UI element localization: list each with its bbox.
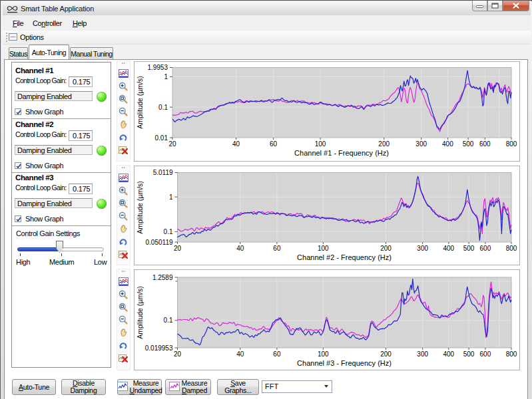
svg-text:Channel #3 - Frequency (Hz): Channel #3 - Frequency (Hz) — [297, 359, 392, 367]
svg-text:20: 20 — [174, 245, 182, 252]
svg-text:500: 500 — [463, 245, 475, 252]
svg-text:400: 400 — [443, 350, 454, 358]
svg-text:40: 40 — [232, 140, 240, 148]
svg-text:400: 400 — [442, 140, 453, 148]
svg-text:200: 200 — [380, 245, 392, 252]
svg-text:100: 100 — [318, 245, 329, 252]
svg-text:800: 800 — [506, 350, 517, 358]
svg-text:1: 1 — [164, 73, 168, 80]
svg-text:0.050119: 0.050119 — [146, 239, 173, 246]
svg-text:1: 1 — [169, 194, 173, 201]
svg-text:Amplitude (µm/s): Amplitude (µm/s) — [136, 181, 144, 234]
svg-text:600: 600 — [480, 245, 491, 252]
svg-text:0.1: 0.1 — [164, 228, 173, 235]
svg-text:600: 600 — [480, 350, 491, 358]
svg-text:500: 500 — [463, 140, 474, 148]
svg-text:60: 60 — [273, 245, 281, 252]
svg-text:200: 200 — [378, 140, 390, 148]
svg-text:0.019953: 0.019953 — [145, 344, 173, 352]
svg-text:20: 20 — [168, 140, 176, 148]
svg-text:200: 200 — [380, 350, 392, 358]
svg-text:100: 100 — [315, 140, 326, 148]
svg-text:500: 500 — [463, 350, 475, 358]
svg-text:5.0119: 5.0119 — [153, 169, 173, 176]
svg-text:Amplitude (µm/s): Amplitude (µm/s) — [136, 76, 144, 129]
svg-text:300: 300 — [417, 350, 428, 358]
svg-text:800: 800 — [506, 245, 517, 252]
svg-text:20: 20 — [174, 350, 182, 358]
svg-text:Amplitude (µm/s): Amplitude (µm/s) — [136, 286, 144, 339]
svg-text:0.01: 0.01 — [155, 134, 168, 142]
svg-text:60: 60 — [273, 350, 281, 358]
svg-text:60: 60 — [270, 140, 278, 148]
svg-text:0.1: 0.1 — [158, 104, 168, 111]
svg-text:100: 100 — [318, 350, 329, 358]
svg-text:40: 40 — [236, 245, 244, 252]
svg-text:40: 40 — [236, 350, 244, 358]
svg-text:300: 300 — [417, 245, 428, 252]
svg-text:0.1: 0.1 — [164, 317, 173, 324]
svg-text:1.9953: 1.9953 — [147, 64, 168, 71]
svg-text:300: 300 — [415, 140, 427, 148]
svg-text:600: 600 — [479, 140, 491, 148]
svg-text:400: 400 — [443, 245, 454, 252]
svg-text:1.2589: 1.2589 — [152, 274, 173, 281]
svg-text:Channel #2 - Frequency (Hz): Channel #2 - Frequency (Hz) — [297, 253, 392, 261]
svg-text:Channel #1 - Frequency (Hz): Channel #1 - Frequency (Hz) — [294, 149, 389, 157]
svg-text:800: 800 — [506, 140, 517, 148]
